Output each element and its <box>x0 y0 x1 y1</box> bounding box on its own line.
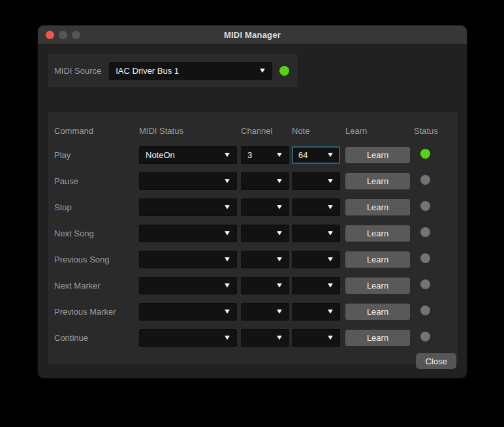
midi-status-dropdown[interactable]: ▼ <box>139 172 237 190</box>
status-dot <box>420 253 430 263</box>
channel-dropdown[interactable]: ▼ <box>241 277 289 294</box>
table-row: Pause ▼ ▼ ▼ Learn <box>54 168 451 194</box>
status-dot <box>420 175 430 185</box>
midi-status-dropdown[interactable]: ▼ <box>139 198 237 216</box>
command-label: Pause <box>54 176 139 186</box>
command-label: Previous Song <box>54 255 139 264</box>
chevron-down-icon: ▼ <box>326 282 334 289</box>
status-dot <box>420 201 430 211</box>
midi-manager-window: MIDI Manager MIDI Source IAC Driver Bus … <box>37 25 467 379</box>
learn-button[interactable]: Learn <box>345 173 410 189</box>
note-dropdown[interactable]: ▼ <box>292 329 340 347</box>
note-dropdown[interactable]: ▼ <box>292 277 340 294</box>
chevron-down-icon: ▼ <box>223 230 231 236</box>
midi-source-panel: MIDI Source IAC Driver Bus 1 ▼ <box>48 54 298 87</box>
midi-mapping-panel: Command MIDI Status Channel Note Learn S… <box>48 112 458 364</box>
midi-source-status-dot <box>279 66 289 76</box>
note-dropdown[interactable]: ▼ <box>292 251 340 268</box>
status-dot <box>420 332 430 341</box>
learn-button[interactable]: Learn <box>345 330 410 346</box>
midi-status-dropdown[interactable]: ▼ <box>139 329 237 347</box>
traffic-lights <box>46 25 80 44</box>
midi-status-dropdown[interactable]: ▼ <box>139 225 237 242</box>
close-button[interactable]: Close <box>416 353 456 369</box>
channel-dropdown[interactable]: ▼ <box>241 172 289 190</box>
table-row: Previous Song ▼ ▼ ▼ Learn <box>54 246 451 272</box>
chevron-down-icon: ▼ <box>276 230 283 236</box>
chevron-down-icon: ▼ <box>223 282 231 289</box>
chevron-down-icon: ▼ <box>276 308 283 315</box>
table-rows: Play NoteOn ▼ 3 ▼ 64 ▼ Learn Pause <box>54 142 451 351</box>
chevron-down-icon: ▼ <box>326 151 334 158</box>
note-dropdown[interactable]: ▼ <box>292 303 340 321</box>
status-dot <box>420 227 430 237</box>
command-label: Play <box>54 150 139 160</box>
chevron-down-icon: ▼ <box>223 178 231 184</box>
table-row: Previous Marker ▼ ▼ ▼ Learn <box>54 298 451 324</box>
midi-source-value: IAC Driver Bus 1 <box>116 66 179 76</box>
table-row: Continue ▼ ▼ ▼ Learn <box>54 324 451 351</box>
channel-dropdown[interactable]: ▼ <box>241 198 289 216</box>
table-row: Play NoteOn ▼ 3 ▼ 64 ▼ Learn <box>54 142 451 168</box>
status-dot <box>420 306 430 315</box>
command-label: Previous Marker <box>54 307 139 317</box>
title-bar[interactable]: MIDI Manager <box>38 25 467 44</box>
chevron-down-icon: ▼ <box>326 204 334 210</box>
chevron-down-icon: ▼ <box>223 308 231 315</box>
midi-status-dropdown[interactable]: ▼ <box>139 303 237 321</box>
learn-button[interactable]: Learn <box>345 304 410 320</box>
table-row: Next Song ▼ ▼ ▼ Learn <box>54 220 451 246</box>
note-dropdown[interactable]: ▼ <box>292 198 340 216</box>
chevron-down-icon: ▼ <box>326 334 334 341</box>
note-dropdown[interactable]: ▼ <box>292 172 340 190</box>
chevron-down-icon: ▼ <box>276 334 283 341</box>
chevron-down-icon: ▼ <box>326 256 334 262</box>
channel-value: 3 <box>247 150 252 160</box>
command-label: Next Song <box>54 229 139 238</box>
midi-status-dropdown[interactable]: NoteOn ▼ <box>139 146 237 164</box>
channel-dropdown[interactable]: 3 ▼ <box>241 146 289 164</box>
minimize-window-button[interactable] <box>59 31 67 39</box>
chevron-down-icon: ▼ <box>223 151 231 158</box>
learn-button[interactable]: Learn <box>345 225 410 242</box>
command-label: Continue <box>54 333 139 343</box>
chevron-down-icon: ▼ <box>223 256 231 262</box>
learn-button[interactable]: Learn <box>345 251 410 268</box>
learn-button[interactable]: Learn <box>345 147 410 163</box>
note-dropdown[interactable]: 64 ▼ <box>292 146 340 164</box>
chevron-down-icon: ▼ <box>276 204 283 210</box>
channel-dropdown[interactable]: ▼ <box>241 225 289 242</box>
chevron-down-icon: ▼ <box>276 256 283 262</box>
command-label: Next Marker <box>54 281 139 291</box>
channel-dropdown[interactable]: ▼ <box>241 329 289 347</box>
channel-dropdown[interactable]: ▼ <box>241 303 289 321</box>
chevron-down-icon: ▼ <box>276 151 283 158</box>
learn-button[interactable]: Learn <box>345 199 410 215</box>
chevron-down-icon: ▼ <box>276 178 283 184</box>
window-body: MIDI Source IAC Driver Bus 1 ▼ Command M… <box>38 44 467 379</box>
note-dropdown[interactable]: ▼ <box>292 225 340 242</box>
column-header-midi-status: MIDI Status <box>139 126 241 136</box>
channel-dropdown[interactable]: ▼ <box>241 251 289 268</box>
midi-status-value: NoteOn <box>146 150 175 160</box>
status-dot <box>420 149 430 159</box>
chevron-down-icon: ▼ <box>276 282 283 289</box>
table-row: Next Marker ▼ ▼ ▼ Learn <box>54 272 451 298</box>
chevron-down-icon: ▼ <box>223 204 231 210</box>
learn-button[interactable]: Learn <box>345 277 410 294</box>
midi-status-dropdown[interactable]: ▼ <box>139 277 237 294</box>
status-dot <box>420 279 430 289</box>
close-window-button[interactable] <box>46 31 54 39</box>
midi-status-dropdown[interactable]: ▼ <box>139 251 237 268</box>
zoom-window-button[interactable] <box>72 31 80 39</box>
chevron-down-icon: ▼ <box>326 178 334 184</box>
column-header-status: Status <box>410 126 451 136</box>
chevron-down-icon: ▼ <box>326 230 334 236</box>
column-header-note: Note <box>292 126 345 136</box>
midi-source-dropdown[interactable]: IAC Driver Bus 1 ▼ <box>109 62 272 80</box>
chevron-down-icon: ▼ <box>326 308 334 315</box>
table-row: Stop ▼ ▼ ▼ Learn <box>54 194 451 220</box>
chevron-down-icon: ▼ <box>259 67 266 74</box>
midi-source-label: MIDI Source <box>54 66 101 76</box>
column-header-command: Command <box>54 126 139 136</box>
